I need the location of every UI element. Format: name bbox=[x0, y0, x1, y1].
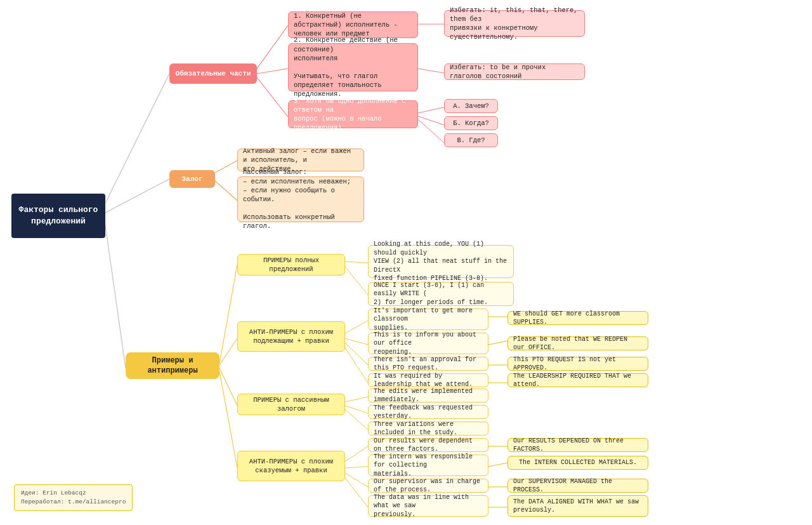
as1-node: It's important to get more classroom sup… bbox=[368, 309, 488, 330]
ap2r-node: The INTERN COLLECTED MATERIALS. bbox=[508, 456, 648, 470]
ex-full-label: ПРИМЕРЫ полных предложений bbox=[243, 256, 339, 274]
ap2r-label: The INTERN COLLECTED MATERIALS. bbox=[519, 458, 637, 467]
as2-node: This is to inform you about our office r… bbox=[368, 333, 488, 354]
rp2-note-node: Избегать: to be и прочих глаголов состоя… bbox=[444, 63, 585, 80]
as4r-node: The LEADERSHIP REQUIRED THAT we attend. bbox=[508, 373, 648, 387]
svg-line-29 bbox=[345, 409, 368, 430]
ex-passive-label: ПРИМЕРЫ с пассивным залогом bbox=[243, 395, 339, 413]
ap4-label: The data was in line with what we saw pr… bbox=[374, 493, 483, 519]
svg-line-30 bbox=[345, 446, 368, 462]
as3r-label: This PTO REQUEST IS not yet APPROVED. bbox=[513, 356, 643, 373]
anti-pred-label: АНТИ-ПРИМЕРЫ с плохим сказуемым + правки bbox=[243, 457, 339, 475]
svg-line-14 bbox=[219, 338, 237, 365]
z2-node: Пассивный залог: – если исполнитель нева… bbox=[237, 176, 364, 222]
svg-line-2 bbox=[105, 225, 126, 368]
ex-full2-label: ONCE I start (3-6), I (1) can easily WRI… bbox=[374, 281, 508, 307]
ap1r-node: Our RESULTS DEPENDED ON three FACTORS. bbox=[508, 438, 648, 452]
rp3b-label: Б. Когда? bbox=[453, 119, 489, 128]
ex-full-node: ПРИМЕРЫ полных предложений bbox=[237, 254, 345, 276]
svg-line-12 bbox=[215, 181, 237, 201]
required-parts-label: Обязательные части bbox=[176, 69, 251, 79]
ex-full1-node: Looking at this code, YOU (1) should qui… bbox=[368, 245, 514, 278]
ep3-label: Three variations were included in the st… bbox=[374, 420, 483, 437]
ex-passive-node: ПРИМЕРЫ с пассивным залогом bbox=[237, 394, 345, 415]
rp3c-label: В. Где? bbox=[457, 136, 485, 145]
footer: Идеи: Erin Lebacqz Переработал: t.me/all… bbox=[14, 484, 133, 512]
svg-line-13 bbox=[219, 265, 237, 363]
as1-label: It's important to get more classroom sup… bbox=[374, 307, 483, 333]
ap3r-node: Our SUPERVISOR MANAGED the PROCESS. bbox=[508, 479, 648, 493]
ep2-node: The feedback was requested yesterday. bbox=[368, 405, 488, 419]
svg-line-21 bbox=[345, 343, 368, 365]
svg-line-27 bbox=[345, 397, 368, 402]
as4r-label: The LEADERSHIP REQUIRED THAT we attend. bbox=[513, 372, 643, 389]
rp1-node: 1. Конкретный (не абстрактный) исполните… bbox=[288, 11, 418, 38]
svg-line-4 bbox=[257, 69, 288, 74]
ap3-node: Our supervisor was in charge of the proc… bbox=[368, 479, 488, 493]
ep1-label: The edits were implemented immediately. bbox=[374, 387, 483, 404]
as2-label: This is to inform you about our office r… bbox=[374, 331, 483, 357]
anti-pred-node: АНТИ-ПРИМЕРЫ с плохим сказуемым + правки bbox=[237, 451, 345, 481]
svg-line-8 bbox=[418, 107, 444, 113]
rp3-label: 3. Хотя бы одно дополнение с ответом на … bbox=[294, 96, 412, 133]
svg-line-22 bbox=[345, 348, 368, 383]
rp1-label: 1. Конкретный (не абстрактный) исполните… bbox=[294, 11, 412, 39]
rp1-note-label: Избегать: it, this, that, there, them бе… bbox=[450, 6, 579, 42]
svg-line-28 bbox=[345, 406, 368, 413]
zalог-node: Залог bbox=[169, 170, 215, 188]
ap2-label: The intern was responsible for collectin… bbox=[374, 453, 483, 479]
svg-line-10 bbox=[418, 119, 444, 143]
ap1-node: Our results were dependent on three fact… bbox=[368, 438, 488, 452]
z2-label: Пассивный залог: – если исполнитель нева… bbox=[243, 168, 358, 230]
examples-node: Примеры и антипримеры bbox=[126, 352, 219, 379]
as3r-node: This PTO REQUEST IS not yet APPROVED. bbox=[508, 357, 648, 371]
ex-full1-label: Looking at this code, YOU (1) should qui… bbox=[374, 240, 508, 283]
zalog-label: Залог bbox=[181, 175, 202, 184]
as2r-node: Please be noted that WE REOPEN our OFFIC… bbox=[508, 336, 648, 350]
rp1-note-node: Избегать: it, this, that, there, them бе… bbox=[444, 10, 585, 37]
ap4-node: The data was in line with what we saw pr… bbox=[368, 495, 488, 517]
svg-line-18 bbox=[345, 267, 368, 295]
as2r-label: Please be noted that WE REOPEN our OFFIC… bbox=[513, 335, 643, 352]
ap1-label: Our results were dependent on three fact… bbox=[374, 437, 483, 454]
rp3c-node: В. Где? bbox=[444, 133, 498, 147]
svg-line-11 bbox=[215, 161, 237, 173]
svg-line-3 bbox=[257, 25, 288, 69]
svg-line-7 bbox=[418, 69, 444, 73]
rp3b-node: Б. Когда? bbox=[444, 116, 498, 130]
rp2-note-label: Избегать: to be и прочих глаголов состоя… bbox=[450, 63, 579, 81]
svg-line-33 bbox=[345, 478, 368, 507]
mindmap-container: Факторы сильного предложений Обязательны… bbox=[0, 0, 812, 525]
as4-label: It was required by leadership that we at… bbox=[374, 372, 483, 389]
footer-line2: Переработал: t.me/alliancepro bbox=[21, 498, 126, 507]
svg-line-24 bbox=[488, 341, 508, 345]
as4-node: It was required by leadership that we at… bbox=[368, 373, 488, 387]
svg-line-16 bbox=[219, 371, 237, 468]
footer-line1: Идеи: Erin Lebacqz bbox=[21, 489, 126, 498]
svg-line-0 bbox=[105, 74, 169, 203]
rp3a-node: А. Зачем? bbox=[444, 99, 498, 113]
ap1r-label: Our RESULTS DEPENDED ON three FACTORS. bbox=[513, 437, 643, 454]
as1r-node: WE should GET more classroom SUPPLIES. bbox=[508, 311, 648, 325]
svg-line-9 bbox=[418, 116, 444, 125]
as1r-label: WE should GET more classroom SUPPLIES. bbox=[513, 310, 643, 327]
as3-node: There isn't an approval for this PTO req… bbox=[368, 357, 488, 371]
as3-label: There isn't an approval for this PTO req… bbox=[374, 356, 483, 373]
ex-full2-node: ONCE I start (3-6), I (1) can easily WRI… bbox=[368, 282, 514, 306]
svg-line-1 bbox=[105, 179, 169, 213]
ap2-node: The intern was responsible for collectin… bbox=[368, 455, 488, 476]
anti-subject-label: АНТИ-ПРИМЕРЫ с плохим подлежащим + правк… bbox=[243, 328, 339, 345]
svg-line-20 bbox=[345, 338, 368, 345]
ap4r-node: The DATA ALIGNED WITH WHAT we saw previo… bbox=[508, 495, 648, 517]
center-label: Факторы сильного предложений bbox=[19, 204, 98, 227]
rp3-node: 3. Хотя бы одно дополнение с ответом на … bbox=[288, 100, 418, 128]
rp2-label: 2. Конкретное действие (не состояние) ис… bbox=[294, 36, 412, 98]
ap3-label: Our supervisor was in charge of the proc… bbox=[374, 477, 483, 495]
ep1-node: The edits were implemented immediately. bbox=[368, 389, 488, 402]
svg-line-15 bbox=[219, 368, 237, 406]
anti-subject-node: АНТИ-ПРИМЕРЫ с плохим подлежащим + правк… bbox=[237, 321, 345, 352]
rp3a-label: А. Зачем? bbox=[453, 102, 489, 110]
center-node: Факторы сильного предложений bbox=[11, 194, 105, 238]
svg-line-31 bbox=[345, 467, 368, 468]
ep3-node: Three variations were included in the st… bbox=[368, 422, 488, 435]
